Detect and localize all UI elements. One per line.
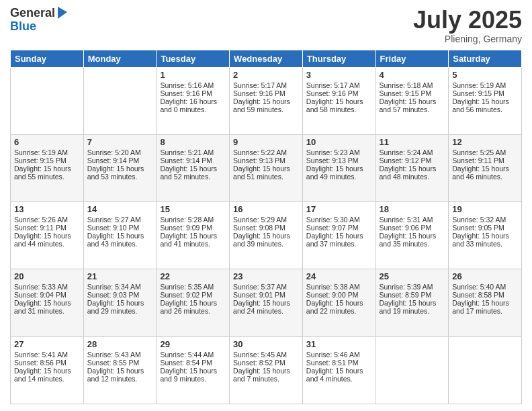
sunrise: Sunrise: 5:44 AM (160, 351, 214, 359)
day-number: 24 (306, 271, 372, 281)
daylight: Daylight: 15 hours and 29 minutes. (87, 299, 144, 315)
sunrise: Sunrise: 5:43 AM (87, 351, 141, 359)
calendar-cell: 15Sunrise: 5:28 AMSunset: 9:09 PMDayligh… (157, 202, 230, 269)
daylight: Daylight: 15 hours and 22 minutes. (306, 299, 363, 315)
day-number: 16 (233, 204, 299, 214)
day-number: 31 (306, 339, 372, 349)
calendar-cell: 14Sunrise: 5:27 AMSunset: 9:10 PMDayligh… (83, 202, 157, 269)
calendar-cell: 21Sunrise: 5:34 AMSunset: 9:03 PMDayligh… (83, 269, 157, 336)
sunrise: Sunrise: 5:40 AM (452, 283, 506, 291)
calendar-cell: 11Sunrise: 5:24 AMSunset: 9:12 PMDayligh… (375, 134, 449, 201)
day-number: 25 (380, 271, 445, 281)
day-number: 29 (160, 339, 226, 349)
day-number: 17 (306, 204, 372, 214)
sunset: Sunset: 8:56 PM (14, 359, 66, 367)
day-number: 7 (87, 137, 153, 147)
day-number: 14 (87, 204, 153, 214)
sunrise: Sunrise: 5:24 AM (380, 148, 433, 156)
daylight: Daylight: 15 hours and 55 minutes. (14, 165, 71, 181)
daylight: Daylight: 15 hours and 44 minutes. (14, 232, 71, 248)
day-number: 12 (452, 137, 518, 147)
calendar-cell (449, 336, 522, 404)
day-number: 21 (87, 271, 153, 281)
sunset: Sunset: 9:01 PM (233, 291, 285, 299)
day-number: 22 (160, 271, 226, 281)
sunrise: Sunrise: 5:19 AM (14, 148, 68, 156)
daylight: Daylight: 15 hours and 57 minutes. (380, 97, 437, 113)
sunset: Sunset: 9:15 PM (14, 156, 66, 165)
calendar-cell: 2Sunrise: 5:17 AMSunset: 9:16 PMDaylight… (230, 67, 303, 134)
sunrise: Sunrise: 5:46 AM (306, 351, 360, 359)
day-number: 28 (87, 339, 153, 349)
calendar-cell: 16Sunrise: 5:29 AMSunset: 9:08 PMDayligh… (230, 202, 303, 269)
daylight: Daylight: 15 hours and 58 minutes. (306, 97, 363, 113)
daylight: Daylight: 15 hours and 12 minutes. (87, 367, 144, 383)
calendar-cell (11, 67, 84, 134)
sunset: Sunset: 9:02 PM (160, 291, 212, 299)
day-number: 4 (380, 70, 445, 80)
sunrise: Sunrise: 5:30 AM (306, 216, 360, 224)
logo-blue: Blue (10, 20, 69, 34)
sunset: Sunset: 9:06 PM (380, 224, 432, 232)
daylight: Daylight: 15 hours and 48 minutes. (380, 165, 437, 181)
calendar-week-1: 1Sunrise: 5:16 AMSunset: 9:16 PMDaylight… (11, 67, 522, 134)
sunset: Sunset: 9:08 PM (233, 224, 285, 232)
sunset: Sunset: 8:55 PM (87, 359, 140, 367)
sunset: Sunset: 9:04 PM (14, 291, 66, 299)
sunset: Sunset: 9:15 PM (380, 89, 432, 97)
day-number: 1 (160, 70, 226, 80)
calendar-cell: 18Sunrise: 5:31 AMSunset: 9:06 PMDayligh… (375, 202, 449, 269)
sunrise: Sunrise: 5:23 AM (306, 148, 360, 156)
calendar-cell: 5Sunrise: 5:19 AMSunset: 9:15 PMDaylight… (449, 67, 522, 134)
day-number: 6 (14, 137, 80, 147)
sunset: Sunset: 9:07 PM (306, 224, 359, 232)
sunrise: Sunrise: 5:37 AM (233, 283, 287, 291)
location: Pliening, Germany (413, 34, 522, 44)
calendar-cell: 7Sunrise: 5:20 AMSunset: 9:14 PMDaylight… (83, 134, 157, 201)
daylight: Daylight: 15 hours and 49 minutes. (306, 165, 363, 181)
calendar-cell: 6Sunrise: 5:19 AMSunset: 9:15 PMDaylight… (11, 134, 84, 201)
sunset: Sunset: 9:00 PM (306, 291, 359, 299)
daylight: Daylight: 15 hours and 39 minutes. (233, 232, 290, 248)
calendar-cell: 4Sunrise: 5:18 AMSunset: 9:15 PMDaylight… (375, 67, 449, 134)
calendar-week-3: 13Sunrise: 5:26 AMSunset: 9:11 PMDayligh… (11, 202, 522, 269)
logo-icon (56, 5, 69, 20)
calendar-cell: 29Sunrise: 5:44 AMSunset: 8:54 PMDayligh… (157, 336, 230, 404)
sunset: Sunset: 9:11 PM (14, 224, 66, 232)
day-number: 20 (14, 271, 80, 281)
calendar-cell: 10Sunrise: 5:23 AMSunset: 9:13 PMDayligh… (302, 134, 375, 201)
daylight: Daylight: 15 hours and 37 minutes. (306, 232, 363, 248)
daylight: Daylight: 15 hours and 46 minutes. (452, 165, 509, 181)
calendar-cell (83, 67, 157, 134)
daylight: Daylight: 15 hours and 26 minutes. (160, 299, 217, 315)
daylight: Daylight: 15 hours and 41 minutes. (160, 232, 217, 248)
sunset: Sunset: 9:15 PM (452, 89, 504, 97)
sunset: Sunset: 9:16 PM (233, 89, 285, 97)
daylight: Daylight: 15 hours and 9 minutes. (160, 367, 217, 383)
page: General Blue July 2025 Pliening, Germany… (0, 0, 532, 411)
sunrise: Sunrise: 5:35 AM (160, 283, 214, 291)
day-number: 18 (380, 204, 445, 214)
sunset: Sunset: 9:05 PM (452, 224, 504, 232)
sunrise: Sunrise: 5:20 AM (87, 148, 141, 156)
calendar-cell: 8Sunrise: 5:21 AMSunset: 9:14 PMDaylight… (157, 134, 230, 201)
day-number: 27 (14, 339, 80, 349)
sunrise: Sunrise: 5:31 AM (380, 216, 433, 224)
logo-text: General Blue (10, 7, 69, 34)
calendar-cell: 27Sunrise: 5:41 AMSunset: 8:56 PMDayligh… (11, 336, 84, 404)
sunrise: Sunrise: 5:17 AM (233, 81, 287, 89)
sunrise: Sunrise: 5:28 AM (160, 216, 214, 224)
calendar-cell: 26Sunrise: 5:40 AMSunset: 8:58 PMDayligh… (449, 269, 522, 336)
sunrise: Sunrise: 5:21 AM (160, 148, 214, 156)
daylight: Daylight: 15 hours and 52 minutes. (160, 165, 217, 181)
calendar-cell: 9Sunrise: 5:22 AMSunset: 9:13 PMDaylight… (230, 134, 303, 201)
calendar-cell: 28Sunrise: 5:43 AMSunset: 8:55 PMDayligh… (83, 336, 157, 404)
sunrise: Sunrise: 5:25 AM (452, 148, 506, 156)
calendar-week-5: 27Sunrise: 5:41 AMSunset: 8:56 PMDayligh… (11, 336, 522, 404)
daylight: Daylight: 15 hours and 24 minutes. (233, 299, 290, 315)
daylight: Daylight: 15 hours and 35 minutes. (380, 232, 437, 248)
sunset: Sunset: 9:09 PM (160, 224, 212, 232)
sunset: Sunset: 8:59 PM (380, 291, 432, 299)
calendar-cell: 12Sunrise: 5:25 AMSunset: 9:11 PMDayligh… (449, 134, 522, 201)
sunrise: Sunrise: 5:17 AM (306, 81, 360, 89)
